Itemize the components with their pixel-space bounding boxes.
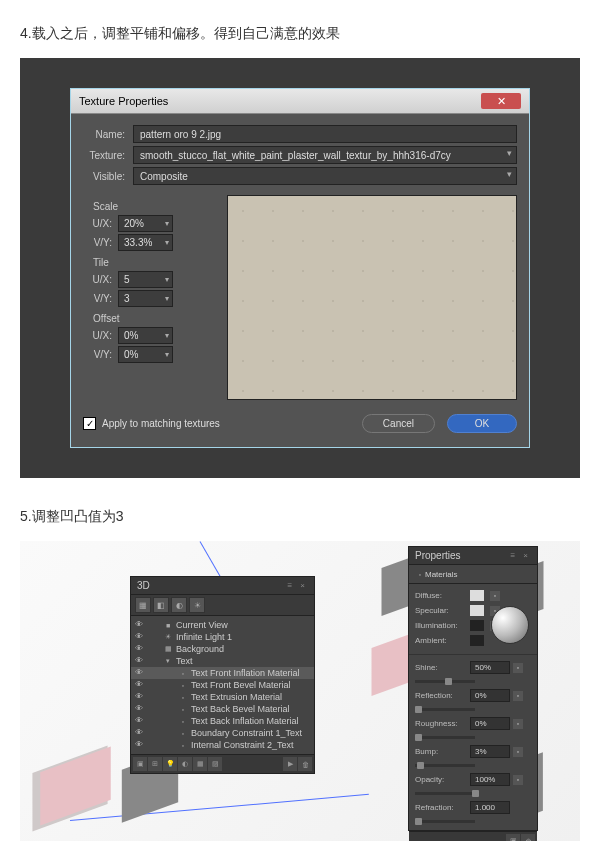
tree-item-label: Text — [176, 656, 193, 666]
cancel-button[interactable]: Cancel — [362, 414, 435, 433]
item-type-icon: ▫ — [178, 704, 188, 714]
panel-menu-icon[interactable]: ≡ × — [510, 551, 531, 560]
tree-item-label: Internal Constraint 2_Text — [191, 740, 294, 750]
scale-vy-label: V/Y: — [83, 237, 118, 248]
panel-3d-bottom-toolbar: ▣ ⊞ 💡 ◐ ▦ ▨ ▶ 🗑 — [131, 754, 314, 773]
ambient-swatch[interactable] — [470, 635, 484, 646]
specular-swatch[interactable] — [470, 605, 484, 616]
tile-ux-field[interactable]: 5 — [118, 271, 173, 288]
scale-ux-field[interactable]: 20% — [118, 215, 173, 232]
render-icon[interactable]: ▶ — [283, 757, 297, 771]
folder-icon[interactable]: ▫ — [490, 591, 500, 601]
opacity-field[interactable]: 100% — [470, 773, 510, 786]
shine-slider[interactable] — [415, 680, 475, 683]
ok-button[interactable]: OK — [447, 414, 517, 433]
filter-light-icon[interactable]: ☀ — [189, 597, 205, 613]
folder-icon[interactable]: ▫ — [513, 663, 523, 673]
visibility-icon[interactable]: 👁 — [135, 740, 145, 750]
folder-icon[interactable]: ▫ — [513, 747, 523, 757]
filter-material-icon[interactable]: ◐ — [171, 597, 187, 613]
tree-item-label: Background — [176, 644, 224, 654]
tree-item[interactable]: 👁■Current View — [131, 619, 314, 631]
panel-icon[interactable]: ▣ — [506, 834, 520, 841]
panel-menu-icon[interactable]: ≡ × — [287, 581, 308, 590]
delete-icon[interactable]: 🗑 — [521, 834, 535, 841]
opacity-slider[interactable] — [415, 792, 475, 795]
tree-item-label: Text Front Bevel Material — [191, 680, 291, 690]
texture-dropdown[interactable]: smooth_stucco_flat_white_paint_plaster_w… — [133, 146, 517, 164]
bump-slider[interactable] — [415, 764, 475, 767]
panel-3d-title: 3D — [137, 580, 150, 591]
visibility-icon[interactable]: 👁 — [135, 704, 145, 714]
panel-3d[interactable]: 3D ≡ × ▦ ◧ ◐ ☀ 👁■Current View👁☀Infinite … — [130, 576, 315, 774]
texture-preview — [227, 195, 517, 400]
tool-icon[interactable]: ▨ — [208, 757, 222, 771]
folder-icon[interactable]: ▫ — [513, 719, 523, 729]
tree-item[interactable]: 👁▫Text Back Inflation Material — [131, 715, 314, 727]
tree-item[interactable]: 👁☀Infinite Light 1 — [131, 631, 314, 643]
refraction-field[interactable]: 1.000 — [470, 801, 510, 814]
shine-field[interactable]: 50% — [470, 661, 510, 674]
roughness-field[interactable]: 0% — [470, 717, 510, 730]
close-icon[interactable]: ✕ — [481, 93, 521, 109]
tool-icon[interactable]: ▣ — [133, 757, 147, 771]
tool-icon[interactable]: ▦ — [193, 757, 207, 771]
diffuse-swatch[interactable] — [470, 590, 484, 601]
visibility-icon[interactable]: 👁 — [135, 620, 145, 630]
tree-item[interactable]: 👁▫Boundary Constraint 1_Text — [131, 727, 314, 739]
folder-icon[interactable]: ▫ — [513, 691, 523, 701]
item-type-icon: ▫ — [178, 680, 188, 690]
filter-mesh-icon[interactable]: ◧ — [153, 597, 169, 613]
tree-item-label: Boundary Constraint 1_Text — [191, 728, 302, 738]
tree-item-label: Text Back Inflation Material — [191, 716, 299, 726]
item-type-icon: ▫ — [178, 740, 188, 750]
visibility-icon[interactable]: 👁 — [135, 644, 145, 654]
name-label: Name: — [83, 129, 133, 140]
tool-icon[interactable]: ◐ — [178, 757, 192, 771]
tree-item[interactable]: 👁▾Text — [131, 655, 314, 667]
offset-vy-field[interactable]: 0% — [118, 346, 173, 363]
tree-item[interactable]: 👁▫Text Front Bevel Material — [131, 679, 314, 691]
tool-icon[interactable]: 💡 — [163, 757, 177, 771]
roughness-label: Roughness: — [415, 719, 470, 728]
refraction-slider[interactable] — [415, 820, 475, 823]
tree-item[interactable]: 👁▦Background — [131, 643, 314, 655]
tree-item[interactable]: 👁▫Text Back Bevel Material — [131, 703, 314, 715]
step-5-text: 5.调整凹凸值为3 — [20, 508, 580, 526]
roughness-slider[interactable] — [415, 736, 475, 739]
visibility-icon[interactable]: 👁 — [135, 668, 145, 678]
dialog-titlebar[interactable]: Texture Properties ✕ — [71, 89, 529, 114]
delete-icon[interactable]: 🗑 — [298, 757, 312, 771]
bump-field[interactable]: 3% — [470, 745, 510, 758]
illumination-swatch[interactable] — [470, 620, 484, 631]
visibility-icon[interactable]: 👁 — [135, 728, 145, 738]
tree-item[interactable]: 👁▫Text Front Inflation Material — [131, 667, 314, 679]
visibility-icon[interactable]: 👁 — [135, 716, 145, 726]
visibility-icon[interactable]: 👁 — [135, 680, 145, 690]
tree-item[interactable]: 👁▫Internal Constraint 2_Text — [131, 739, 314, 751]
tile-vy-field[interactable]: 3 — [118, 290, 173, 307]
material-preview-sphere[interactable] — [491, 606, 529, 644]
diffuse-label: Diffuse: — [415, 591, 470, 600]
apply-checkbox[interactable]: ✓ — [83, 417, 96, 430]
visibility-icon[interactable]: 👁 — [135, 632, 145, 642]
tile-vy-label: V/Y: — [83, 293, 118, 304]
visibility-icon[interactable]: 👁 — [135, 656, 145, 666]
reflection-slider[interactable] — [415, 708, 475, 711]
apply-label: Apply to matching textures — [102, 418, 220, 429]
tree-item[interactable]: 👁▫Text Extrusion Material — [131, 691, 314, 703]
visibility-icon[interactable]: 👁 — [135, 692, 145, 702]
tree-item-label: Current View — [176, 620, 228, 630]
item-type-icon: ▫ — [178, 728, 188, 738]
tree-item-label: Text Extrusion Material — [191, 692, 282, 702]
tool-icon[interactable]: ⊞ — [148, 757, 162, 771]
scale-vy-field[interactable]: 33.3% — [118, 234, 173, 251]
folder-icon[interactable]: ▫ — [513, 775, 523, 785]
filter-scene-icon[interactable]: ▦ — [135, 597, 151, 613]
item-type-icon: ▦ — [163, 644, 173, 654]
visible-dropdown[interactable]: Composite — [133, 167, 517, 185]
reflection-field[interactable]: 0% — [470, 689, 510, 702]
offset-ux-field[interactable]: 0% — [118, 327, 173, 344]
name-field[interactable]: pattern oro 9 2.jpg — [133, 125, 517, 143]
panel-properties[interactable]: Properties ≡ × ▫ Materials Diffuse:▫ Spe… — [408, 546, 538, 831]
